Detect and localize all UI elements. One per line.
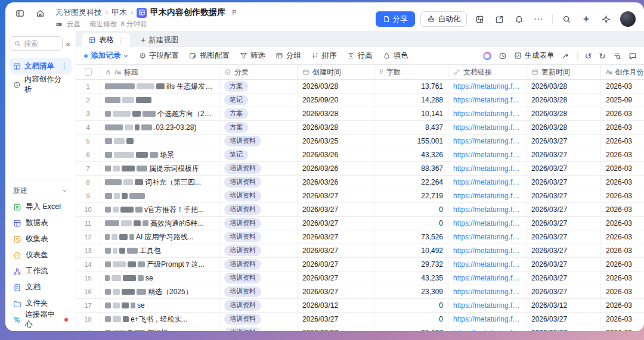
widgets-icon[interactable]	[472, 12, 487, 26]
sort-button[interactable]: 排序	[311, 51, 337, 61]
tab-grid-view[interactable]: 表格 ⋮	[82, 33, 130, 47]
document-link[interactable]: https://metaturing.feish...	[453, 301, 521, 310]
creation-month-cell[interactable]: 2025-09	[601, 93, 644, 107]
tab-more-icon[interactable]: ⋮	[117, 36, 124, 44]
table-row[interactable]: 9培训资料2026/03/2722,719https://metaturing.…	[76, 189, 644, 203]
global-search-icon[interactable]	[559, 12, 574, 26]
category-cell[interactable]: 方案	[219, 107, 298, 120]
created-date-cell[interactable]: 2026/03/27	[298, 285, 374, 298]
creation-month-cell[interactable]: 2026-03	[601, 189, 644, 202]
breadcrumb-item-workspace[interactable]: 元智图灵科技	[55, 7, 102, 18]
title-cell[interactable]: se	[100, 299, 219, 312]
link-cell[interactable]: https://metaturing.feish...	[448, 135, 527, 148]
document-link[interactable]: https://metaturing.feish...	[453, 329, 521, 331]
link-cell[interactable]: https://metaturing.feish...	[448, 258, 527, 271]
document-link[interactable]: https://metaturing.feish...	[453, 151, 521, 159]
column-header-title[interactable]: A≡ 标题	[100, 65, 219, 79]
sidebar-item-doc-list[interactable]: 文档清单 ⋮	[10, 58, 72, 74]
title-cell[interactable]: AI 应用学习路线...	[100, 230, 219, 244]
updated-date-cell[interactable]: 2026/03/27	[527, 189, 601, 202]
new-view-button[interactable]: + 新建视图	[141, 33, 178, 47]
category-cell[interactable]: 培训资料	[219, 189, 298, 202]
notifications-bell-icon[interactable]	[512, 12, 526, 26]
updated-date-cell[interactable]: 2026/03/27	[527, 258, 601, 271]
created-date-cell[interactable]: 2026/03/27	[298, 189, 374, 202]
creation-month-cell[interactable]: 2026-03	[601, 285, 644, 298]
table-row[interactable]: 18e+飞书，轻松实...培训资料2026/03/270https://meta…	[76, 313, 644, 326]
updated-date-cell[interactable]: 2026/03/27	[527, 230, 601, 244]
table-row[interactable]: 1ills 生态爆发——...方案2026/03/2813,761https:/…	[76, 80, 644, 93]
sidebar-item-import-excel[interactable]: 导入 Excel	[10, 199, 72, 215]
breadcrumb-item-folder[interactable]: 甲木	[112, 7, 127, 18]
title-cell[interactable]: 高效沟通的5种...	[100, 217, 219, 230]
link-cell[interactable]: https://metaturing.feish...	[448, 121, 527, 134]
updated-date-cell[interactable]: 2026/03/27	[527, 326, 601, 331]
creation-month-cell[interactable]: 2026-03	[601, 148, 644, 161]
sidebar-search-input[interactable]: 搜索	[10, 36, 63, 51]
table-row[interactable]: 19与记忆培训资料2026/03/2731,157https://metatur…	[76, 326, 644, 331]
column-header-created[interactable]: 创建时间	[298, 65, 374, 79]
created-date-cell[interactable]: 2026/03/27	[298, 326, 374, 331]
document-link[interactable]: https://metaturing.feish...	[453, 192, 521, 200]
category-tag[interactable]: 方案	[224, 81, 248, 91]
fill-color-button[interactable]: 填色	[383, 51, 408, 61]
category-tag[interactable]: 培训资料	[224, 191, 261, 201]
creation-month-cell[interactable]: 2026-03	[601, 162, 644, 175]
creation-month-cell[interactable]: 2026-03	[601, 121, 644, 134]
updated-date-cell[interactable]: 2026/03/27	[527, 244, 601, 257]
category-cell[interactable]: 培训资料	[219, 203, 298, 216]
created-date-cell[interactable]: 2026/03/28	[298, 107, 374, 120]
category-tag[interactable]: 笔记	[224, 95, 248, 105]
link-cell[interactable]: https://metaturing.feish...	[448, 272, 527, 285]
created-date-cell[interactable]: 2026/03/26	[298, 176, 374, 189]
wordcount-cell[interactable]: 88,367	[374, 162, 448, 175]
generate-form-button[interactable]: 生成表单	[514, 51, 555, 61]
category-cell[interactable]: 培训资料	[219, 285, 298, 298]
category-cell[interactable]: 笔记	[219, 93, 298, 107]
title-cell[interactable]: e+飞书，轻松实...	[100, 313, 219, 326]
storage-location[interactable]: 云盘	[67, 20, 80, 29]
wordcount-cell[interactable]: 22,264	[374, 176, 448, 189]
title-cell[interactable]: se	[100, 272, 219, 285]
document-link[interactable]: https://metaturing.feish...	[453, 315, 521, 323]
table-row[interactable]: 8词补充（第三四...培训资料2026/03/2622,264https://m…	[76, 176, 644, 189]
category-tag[interactable]: 培训资料	[224, 245, 261, 255]
sidebar-item-document[interactable]: 文档	[10, 279, 72, 295]
creation-month-cell[interactable]: 2026-03	[601, 135, 644, 148]
category-cell[interactable]: 方案	[219, 121, 298, 134]
created-date-cell[interactable]: 2026/03/27	[298, 217, 374, 230]
table-row[interactable]: 4.03.23-03.28)方案2026/03/288,437https://m…	[76, 121, 644, 135]
new-section-header[interactable]: 新建	[10, 184, 72, 199]
category-tag[interactable]: 培训资料	[224, 232, 261, 242]
category-tag[interactable]: 笔记	[224, 149, 248, 160]
wordcount-cell[interactable]: 23,309	[374, 285, 448, 298]
creation-month-cell[interactable]: 2026-03	[601, 217, 644, 230]
created-date-cell[interactable]: 2026/03/12	[298, 299, 374, 312]
updated-date-cell[interactable]: 2026/03/27	[527, 217, 601, 230]
category-cell[interactable]: 培训资料	[219, 258, 298, 271]
creation-month-cell[interactable]: 2026-03	[601, 313, 644, 326]
column-header-month[interactable]: A≡ 创作月份	[601, 65, 644, 79]
search-in-view-icon[interactable]	[613, 52, 621, 60]
link-cell[interactable]: https://metaturing.feish...	[448, 176, 527, 189]
document-link[interactable]: https://metaturing.feish...	[453, 260, 521, 269]
updated-date-cell[interactable]: 2026/03/27	[527, 176, 601, 189]
updated-date-cell[interactable]: 2026/03/27	[527, 148, 601, 161]
wordcount-cell[interactable]: 155,001	[374, 135, 448, 148]
document-link[interactable]: https://metaturing.feish...	[453, 110, 521, 118]
wordcount-cell[interactable]: 0	[374, 313, 448, 326]
category-tag[interactable]: 培训资料	[224, 286, 261, 297]
field-config-button[interactable]: ⚙ 字段配置	[139, 51, 179, 61]
category-cell[interactable]: 培训资料	[219, 176, 298, 189]
wordcount-cell[interactable]: 22,719	[374, 189, 448, 202]
more-actions-icon[interactable]: ⋯	[531, 12, 546, 26]
share-view-icon[interactable]	[562, 52, 570, 60]
creation-month-cell[interactable]: 2026-03	[601, 272, 644, 285]
title-cell[interactable]: 词补充（第三四...	[100, 176, 219, 189]
category-cell[interactable]: 培训资料	[219, 299, 298, 312]
title-cell[interactable]: ills 生态爆发——...	[100, 80, 219, 93]
link-cell[interactable]: https://metaturing.feish...	[448, 299, 527, 312]
category-tag[interactable]: 培训资料	[224, 273, 261, 283]
category-tag[interactable]: 培训资料	[224, 300, 261, 310]
document-link[interactable]: https://metaturing.feish...	[453, 288, 521, 296]
